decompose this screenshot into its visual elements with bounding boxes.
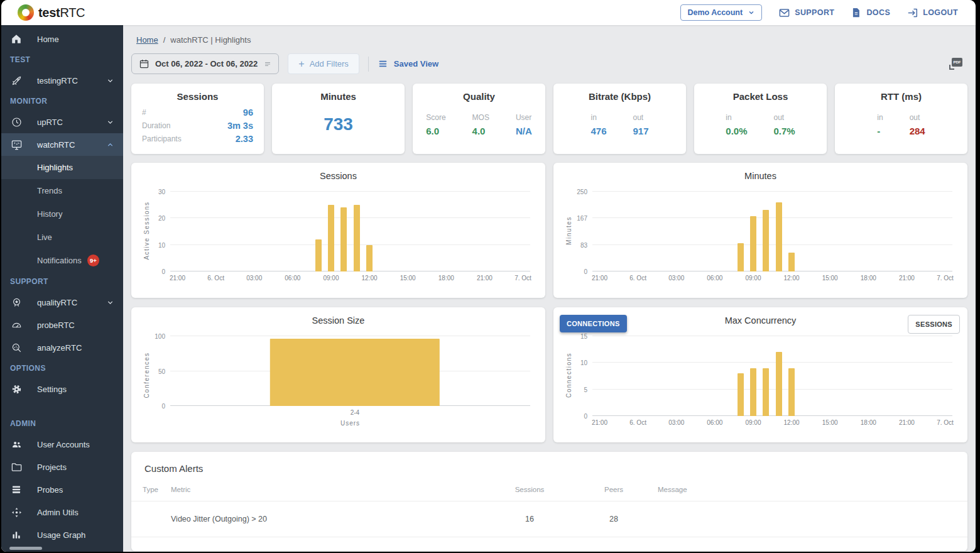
chart-title: Minutes bbox=[553, 171, 967, 181]
sidebar-item-label: Admin Utils bbox=[37, 508, 79, 517]
sidebar-item-live[interactable]: Live bbox=[1, 226, 123, 249]
app-window: testRTC Demo Account SUPPORT DOCS bbox=[1, 0, 976, 552]
chart-title: Sessions bbox=[131, 171, 545, 181]
sidebar-item-home[interactable]: Home bbox=[1, 28, 123, 50]
x-tick-label: 06:00 bbox=[707, 275, 722, 282]
x-tick-label: 09:00 bbox=[745, 419, 761, 426]
sidebar-item-label: watchRTC bbox=[37, 140, 75, 150]
sidebar-item-usage-graph[interactable]: Usage Graph bbox=[1, 523, 123, 546]
sidebar-item-trends[interactable]: Trends bbox=[1, 179, 123, 202]
x-tick-label: 21:00 bbox=[592, 275, 607, 282]
sessions-toggle-button[interactable]: SESSIONS bbox=[908, 315, 960, 334]
document-icon bbox=[851, 7, 862, 18]
y-tick-label: 30 bbox=[145, 189, 165, 195]
date-range-picker[interactable]: Oct 06, 2022 - Oct 06, 2022 bbox=[131, 53, 279, 74]
stat-title: Minutes bbox=[272, 91, 405, 102]
stat-columns: in476 out917 bbox=[553, 113, 686, 136]
chart-bar bbox=[763, 368, 769, 416]
monitor-icon bbox=[10, 139, 23, 151]
sidebar-item-label: Settings bbox=[37, 385, 67, 394]
sidebar-scrollbar[interactable] bbox=[9, 547, 42, 550]
stat-label: MOS bbox=[472, 113, 489, 122]
sidebar-item-settings[interactable]: Settings bbox=[1, 378, 123, 400]
chart-sessions: Sessions Active Sessions 21:006. Oct03:0… bbox=[131, 163, 545, 298]
stat-label: Duration bbox=[142, 121, 170, 130]
sidebar-item-analyzertc[interactable]: analyzeRTC bbox=[1, 336, 123, 359]
sidebar-spacer bbox=[1, 400, 123, 414]
alert-table-row[interactable]: Video Jitter (Outgoing) > 20 16 28 bbox=[131, 501, 967, 537]
stat-title: Quality bbox=[413, 91, 545, 102]
saved-view-button[interactable]: Saved View bbox=[378, 59, 438, 68]
sidebar-item-label: Probes bbox=[37, 485, 63, 495]
y-tick-label: 10 bbox=[567, 359, 587, 366]
x-tick-label: 7. Oct bbox=[514, 275, 531, 282]
stat-columns: Score6.0 MOS4.0 UserN/A bbox=[413, 113, 545, 136]
bar-chart-icon bbox=[10, 529, 23, 540]
chart-minutes: Minutes Minutes 21:006. Oct03:0006:0009:… bbox=[553, 163, 967, 298]
list-rows-icon bbox=[10, 484, 23, 495]
stat-value: 6.0 bbox=[426, 126, 445, 136]
add-filters-button[interactable]: + Add Filters bbox=[288, 53, 359, 74]
stat-value: 96 bbox=[243, 107, 253, 118]
chart-bar bbox=[788, 368, 795, 416]
stat-label: Participants bbox=[142, 134, 182, 143]
chart-title: Session Size bbox=[131, 315, 545, 326]
add-filters-label: Add Filters bbox=[310, 59, 349, 68]
chevron-down-icon bbox=[748, 9, 755, 16]
x-tick-label: 03:00 bbox=[668, 275, 684, 282]
magnifier-graph-icon bbox=[10, 342, 23, 354]
x-axis-label: Users bbox=[170, 420, 530, 427]
alert-peers-count: 28 bbox=[576, 515, 651, 523]
account-dropdown[interactable]: Demo Account bbox=[680, 4, 762, 21]
column-header-message: Message bbox=[651, 486, 967, 493]
sidebar-section-support: SUPPORT bbox=[1, 272, 123, 291]
gridline bbox=[592, 244, 952, 245]
sidebar-item-notifications[interactable]: Notifications 9+ bbox=[1, 249, 123, 272]
chevron-down-icon bbox=[106, 118, 114, 126]
stat-label: out bbox=[774, 113, 795, 122]
y-tick-label: 0 bbox=[145, 403, 165, 410]
x-tick-label: 21:00 bbox=[170, 275, 185, 282]
connections-toggle-button[interactable]: CONNECTIONS bbox=[560, 315, 627, 332]
sidebar-item-qualityrtc[interactable]: qualityRTC bbox=[1, 291, 123, 314]
y-tick-label: 250 bbox=[567, 189, 587, 195]
breadcrumb-current: watchRTC | Highlights bbox=[170, 35, 251, 45]
testrtc-logo-icon bbox=[18, 4, 34, 21]
sidebar-item-probes[interactable]: Probes bbox=[1, 478, 123, 501]
x-tick-label: 15:00 bbox=[822, 419, 838, 426]
brand-name: testRTC bbox=[38, 6, 85, 20]
topbar-actions: Demo Account SUPPORT DOCS bbox=[680, 4, 958, 21]
sidebar-item-watchrtc[interactable]: watchRTC bbox=[1, 133, 123, 156]
x-axis-ticks: 21:006. Oct03:0006:0009:0012:0015:0018:0… bbox=[170, 271, 530, 283]
stat-value: 3m 3s bbox=[227, 121, 253, 131]
sidebar-item-label: Usage Graph bbox=[37, 530, 85, 540]
y-axis-label: Active Sessions bbox=[143, 201, 150, 260]
sidebar-item-testingrtc[interactable]: testingRTC bbox=[1, 69, 123, 92]
stat-label: User bbox=[516, 113, 532, 122]
sidebar-item-projects[interactable]: Projects bbox=[1, 456, 123, 478]
breadcrumb-home-link[interactable]: Home bbox=[136, 35, 158, 45]
support-button[interactable]: SUPPORT bbox=[778, 7, 834, 19]
chart-bar bbox=[354, 205, 360, 271]
y-tick-label: 100 bbox=[145, 333, 165, 340]
sidebar-item-highlights[interactable]: Highlights bbox=[1, 156, 123, 179]
sidebar-item-history[interactable]: History bbox=[1, 202, 123, 226]
logout-button[interactable]: LOGOUT bbox=[906, 7, 958, 19]
sidebar-section-monitor: MONITOR bbox=[1, 92, 123, 111]
chevron-up-icon bbox=[106, 141, 114, 149]
export-pdf-button[interactable]: PDF bbox=[949, 58, 962, 70]
account-label: Demo Account bbox=[687, 8, 743, 17]
sidebar-item-uprtc[interactable]: upRTC bbox=[1, 111, 123, 133]
custom-alerts-panel: Custom Alerts Type Metric Sessions Peers… bbox=[131, 452, 967, 551]
stat-label: out bbox=[910, 113, 925, 122]
docs-button[interactable]: DOCS bbox=[851, 7, 890, 18]
gridline bbox=[170, 244, 530, 245]
sidebar-item-label: testingRTC bbox=[37, 76, 78, 85]
stat-value: 0.0% bbox=[726, 126, 747, 136]
toolbar-divider bbox=[368, 57, 369, 72]
sidebar-item-probertc[interactable]: probeRTC bbox=[1, 314, 123, 336]
sidebar-item-admin-utils[interactable]: Admin Utils bbox=[1, 501, 123, 523]
gauge-icon bbox=[10, 319, 23, 331]
sidebar-item-label: Projects bbox=[37, 463, 67, 472]
sidebar-item-user-accounts[interactable]: User Accounts bbox=[1, 433, 123, 456]
